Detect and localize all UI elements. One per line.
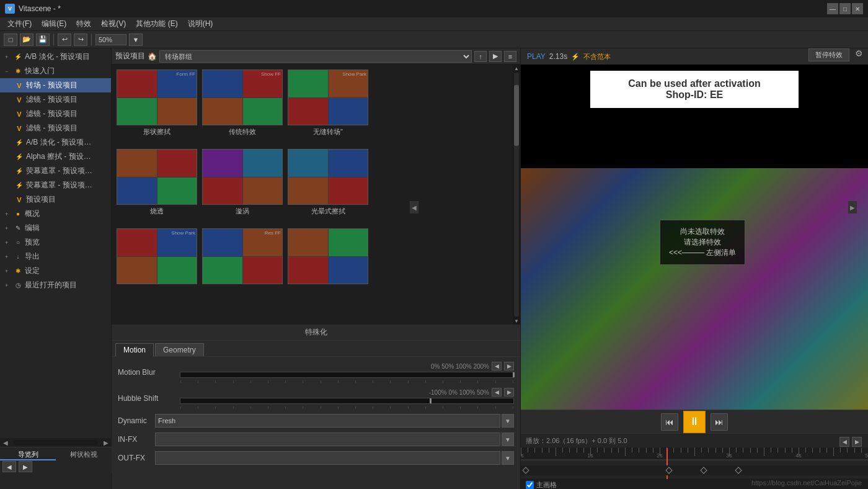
preset-menu-button[interactable]: ≡ xyxy=(504,51,516,62)
nav-back-button[interactable]: ◀ xyxy=(2,461,16,472)
right-nav-right-arrow[interactable]: ▶ xyxy=(848,201,857,213)
timeline-nav-left[interactable]: ◀ xyxy=(839,437,849,447)
diamond-3[interactable] xyxy=(735,467,742,473)
sidebar-item-settings[interactable]: + ✱ 设定 xyxy=(0,264,111,278)
sidebar-item-filter-preset-1[interactable]: V 滤镜 - 预设项目 xyxy=(0,92,111,107)
preset-shape-wipe[interactable]: Form FF 形状擦拭 xyxy=(117,70,197,137)
grid-scroll-track xyxy=(514,73,519,316)
motion-blur-dec[interactable]: ◀ xyxy=(492,362,502,370)
scroll-left-arrow[interactable]: ◀ xyxy=(1,439,10,446)
main-frame-checkbox[interactable] xyxy=(526,481,534,489)
tab-geometry[interactable]: Geometry xyxy=(155,343,204,356)
ruler-mark xyxy=(736,447,737,452)
save-button[interactable]: 💾 xyxy=(36,34,50,46)
new-button[interactable]: □ xyxy=(4,34,17,46)
sidebar-item-recent[interactable]: + ◷ 最近打开的项目 xyxy=(0,278,111,292)
motion-blur-thumb[interactable] xyxy=(513,372,515,377)
menu-item[interactable]: 其他功能 (E) xyxy=(131,17,182,30)
tab-tree[interactable]: 树状检视 xyxy=(56,447,112,460)
preset-special-3[interactable] xyxy=(288,228,368,284)
sidebar-item-transition-preset[interactable]: V 转场 - 预设项目 xyxy=(0,78,111,92)
preview-area: Can be used after activation Shop-ID: EE… xyxy=(521,65,868,410)
hubble-shift-dec[interactable]: ◀ xyxy=(492,388,502,397)
right-nav-left-arrow[interactable]: ◀ xyxy=(410,201,418,213)
grid-scroll-down[interactable]: ▼ xyxy=(513,317,520,325)
menu-item[interactable]: 文件(F) xyxy=(2,17,37,30)
menu-item[interactable]: 说明(H) xyxy=(183,17,218,30)
diamond-1[interactable] xyxy=(666,467,673,473)
ruler-label: 1s xyxy=(587,452,593,459)
scroll-right-arrow[interactable]: ▶ xyxy=(102,439,110,446)
grid-scroll-up[interactable]: ▲ xyxy=(513,65,520,72)
sidebar-item-alpha-wipe[interactable]: ⚡ Alpha 擦拭 - 预设… xyxy=(0,150,111,164)
preview-hint: 尚未选取特效 请选择特效 <<<——— 左侧清单 xyxy=(660,220,745,265)
redo-button[interactable]: ↪ xyxy=(74,34,87,46)
sidebar-item-screen-mask-2[interactable]: ⚡ 荧幕遮罩 - 预设项… xyxy=(0,178,111,192)
v-icon-preset: V xyxy=(15,195,24,204)
preset-burn[interactable]: 烧透 xyxy=(117,149,197,216)
outfx-label: OUT-FX xyxy=(118,454,155,462)
preset-up-button[interactable]: ↑ xyxy=(474,51,487,62)
zoom-input[interactable] xyxy=(95,34,126,45)
zoom-dropdown[interactable]: ▼ xyxy=(129,34,143,46)
menu-item[interactable]: 特效 xyxy=(71,17,96,30)
menu-item[interactable]: 编辑(E) xyxy=(37,17,71,30)
sidebar-item-quickstart[interactable]: − ✱ 快速入门 xyxy=(0,64,111,78)
timeline-nav-right[interactable]: ▶ xyxy=(852,437,862,447)
menu-item[interactable]: 检视(V) xyxy=(96,17,131,30)
v-icon: V xyxy=(15,96,24,104)
preset-dropdown[interactable]: 转场群组 xyxy=(159,50,472,63)
sidebar-item-screen-mask[interactable]: ⚡ 荧幕遮罩 - 预设项… xyxy=(0,164,111,178)
hubble-shift-slider[interactable] xyxy=(180,398,514,404)
minimize-button[interactable]: — xyxy=(827,3,838,14)
tab-browse[interactable]: 导览列 xyxy=(0,447,56,460)
hubble-shift-thumb[interactable] xyxy=(430,398,432,403)
sidebar-label: 预设项目 xyxy=(26,194,56,205)
nav-forward-button[interactable]: ▶ xyxy=(19,461,32,472)
outfx-input[interactable] xyxy=(155,451,500,465)
preset-play-button[interactable]: ▶ xyxy=(489,51,502,62)
sidebar-item-ab-preset[interactable]: ⚡ A/B 淡化 - 预设项… xyxy=(0,135,111,150)
play-pause-button[interactable]: ⏸ xyxy=(683,411,706,433)
ruler-mark xyxy=(847,447,848,452)
preset-seamless-transition[interactable]: Show Park 无缝转场" xyxy=(288,70,368,137)
sidebar-item-edit[interactable]: + ✎ 编辑 xyxy=(0,221,111,235)
next-button[interactable]: ⏭ xyxy=(711,413,728,431)
ruler-mark xyxy=(653,447,653,452)
hubble-shift-inc[interactable]: ▶ xyxy=(504,388,514,397)
settings-icon[interactable]: ⚙ xyxy=(855,48,863,58)
motion-blur-inc[interactable]: ▶ xyxy=(504,362,514,370)
sidebar-item-export[interactable]: + ↓ 导出 xyxy=(0,249,111,264)
open-button[interactable]: 📂 xyxy=(20,34,33,46)
prev-button[interactable]: ⏮ xyxy=(661,413,678,431)
outfx-dropdown[interactable]: ▼ xyxy=(502,451,514,465)
preset-special-2[interactable]: Res FF xyxy=(202,228,283,284)
maximize-button[interactable]: □ xyxy=(839,3,851,14)
preset-special-1[interactable]: Show Park xyxy=(117,228,197,284)
preset-lens-wipe[interactable]: 光晕式擦拭 xyxy=(288,149,368,216)
infx-dropdown[interactable]: ▼ xyxy=(502,433,514,446)
titlebar: V Vitascene - * — □ ✕ xyxy=(0,0,868,17)
tab-motion[interactable]: Motion xyxy=(115,343,154,357)
diamond-2[interactable] xyxy=(701,467,707,473)
motion-blur-slider[interactable] xyxy=(180,372,514,378)
diamond-0[interactable] xyxy=(522,467,529,473)
sidebar-item-ab-fade[interactable]: + ⚡ A/B 淡化 - 预设项目 xyxy=(0,50,111,64)
preset-label-classic: 传统特效 xyxy=(229,127,256,137)
preset-vortex[interactable]: 漩涡 xyxy=(202,149,283,216)
dynamic-input[interactable] xyxy=(155,414,500,428)
sidebar-label: 滤镜 - 预设项目 xyxy=(26,123,78,133)
outfx-row: OUT-FX ▼ xyxy=(118,451,514,465)
infx-input[interactable] xyxy=(155,433,500,446)
sidebar-item-overview[interactable]: + ● 概况 xyxy=(0,207,111,221)
preset-classic-effects[interactable]: Show FF 传统特效 xyxy=(202,70,283,137)
sidebar-item-preset[interactable]: V 预设项目 xyxy=(0,192,111,207)
dynamic-dropdown[interactable]: ▼ xyxy=(502,414,514,428)
ruler-mark xyxy=(826,447,827,452)
sidebar-item-filter-preset-2[interactable]: V 滤镜 - 预设项目 xyxy=(0,107,111,121)
close-button[interactable]: ✕ xyxy=(852,3,863,14)
sidebar-item-filter-preset-3[interactable]: V 滤镜 - 预设项目 xyxy=(0,121,111,135)
sidebar-item-preview[interactable]: + ○ 预览 xyxy=(0,235,111,249)
undo-button[interactable]: ↩ xyxy=(58,34,71,46)
pause-effects-button[interactable]: 暂停特效 xyxy=(808,48,849,61)
